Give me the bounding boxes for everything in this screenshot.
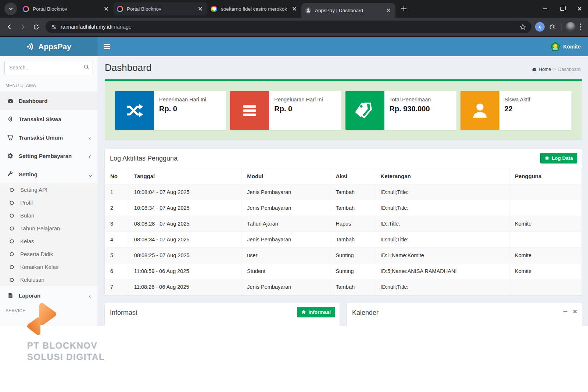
back-button[interactable] xyxy=(4,21,15,33)
sidebar-item-label: Setting xyxy=(19,171,37,177)
sidebar-subitem-label: Tahun Pelajaran xyxy=(20,225,60,231)
circle-o-icon xyxy=(8,187,15,193)
collapse-icon[interactable] xyxy=(563,311,567,312)
bottom-panels: Informasi Informasi Kalender xyxy=(105,303,582,326)
user-avatar xyxy=(551,42,560,51)
sidebar-subitem-label: Setting API xyxy=(20,187,47,193)
blocknov-watermark-logo xyxy=(26,301,60,346)
sidebar-subitem-kenaikan-kelas[interactable]: Kenaikan Kelas xyxy=(0,260,97,273)
tab-close-icon[interactable] xyxy=(103,6,110,12)
reload-icon xyxy=(33,24,40,30)
file-icon xyxy=(7,292,14,299)
sidebar-subitem-bulan[interactable]: Bulan xyxy=(0,209,97,222)
minimize-button[interactable] xyxy=(536,0,553,18)
bookmark-star-icon[interactable] xyxy=(519,24,526,30)
home-icon xyxy=(301,310,306,314)
extensions-button[interactable] xyxy=(546,21,558,33)
sidebar-item-setting[interactable]: Setting xyxy=(0,165,97,183)
sidebar-search xyxy=(4,61,93,74)
log-data-button[interactable]: Log Data xyxy=(540,153,577,163)
log-panel-header: Log Aktifitas Pengguna Log Data xyxy=(105,149,582,168)
info-box-pengeluaran-hari-ini: Pengeluaran Hari Ini Rp. 0 xyxy=(230,91,341,130)
close-window-button[interactable] xyxy=(571,0,588,18)
tab-title: Portal Blocknov xyxy=(127,6,193,12)
shuffle-icon xyxy=(115,91,154,130)
sidebar-item-setting-pembayaran[interactable]: Setting Pembayaran xyxy=(0,147,97,165)
tachometer-icon xyxy=(7,97,14,104)
circle-o-icon xyxy=(8,213,15,218)
tab-search-button[interactable] xyxy=(4,3,17,15)
restore-button[interactable] xyxy=(553,0,571,18)
appspay-favicon xyxy=(305,7,311,14)
sidebar-subitem-tahun-pelajaran[interactable]: Tahun Pelajaran xyxy=(0,222,97,235)
sidebar-item-transaksi-umum[interactable]: Transaksi Umum xyxy=(0,128,97,147)
breadcrumb-home-link[interactable]: Home xyxy=(532,67,551,72)
tab-close-icon[interactable] xyxy=(385,7,392,14)
page-title: Dashboard xyxy=(105,62,151,73)
restore-icon xyxy=(560,7,564,11)
chevron-down-icon xyxy=(9,7,12,10)
browser-tab-active[interactable]: AppsPay | Dashboard xyxy=(301,3,395,18)
breadcrumb-current: Dashboard xyxy=(558,67,581,72)
search-icon[interactable] xyxy=(83,64,90,72)
forward-button[interactable] xyxy=(17,21,29,33)
tab-close-icon[interactable] xyxy=(291,6,298,12)
col-header-no: No xyxy=(105,168,129,184)
cursor-arrow-icon xyxy=(538,25,542,29)
brand-logo[interactable]: AppsPay xyxy=(0,37,97,56)
close-icon xyxy=(293,7,296,11)
breadcrumb-separator: > xyxy=(553,67,556,72)
screen: Portal Blocknov Portal Blocknov soekarno… xyxy=(0,0,588,392)
sidebar-subitem-peserta-didik[interactable]: Peserta Didik xyxy=(0,248,97,260)
search-input[interactable] xyxy=(4,61,93,74)
circle-o-icon xyxy=(8,226,15,231)
sidebar-subitem-label: Kelas xyxy=(20,238,34,244)
sidebar-subitem-label: Kelulusan xyxy=(20,277,44,283)
user-menu[interactable]: Komite xyxy=(551,42,588,51)
col-header-pengguna: Pengguna xyxy=(510,168,582,184)
info-box-value: 22 xyxy=(505,105,530,113)
cursor-extension-icon[interactable] xyxy=(535,22,545,32)
watermark-line-1: PT BLOCKNOV xyxy=(27,340,105,352)
top-navbar: Komite xyxy=(97,37,588,56)
browser-menu-button[interactable] xyxy=(580,24,581,30)
circle-o-icon xyxy=(8,200,15,205)
browser-tab-3[interactable]: soekarno fidel castro merokok - xyxy=(207,0,301,18)
wrench-icon xyxy=(7,171,14,177)
tab-title: AppsPay | Dashboard xyxy=(315,8,381,13)
browser-tab-1[interactable]: Portal Blocknov xyxy=(19,0,113,18)
informasi-button[interactable]: Informasi xyxy=(297,307,335,317)
table-header-row: No Tanggal Modul Aksi Keterangan Penggun… xyxy=(105,168,582,184)
info-box-value: Rp. 0 xyxy=(159,105,206,113)
sidebar-subitem-kelas[interactable]: Kelas xyxy=(0,235,97,248)
bars-icon xyxy=(230,91,269,130)
reload-button[interactable] xyxy=(30,21,42,33)
user-icon xyxy=(460,91,499,130)
chevron-down-icon xyxy=(89,171,92,177)
sidebar-subitem-profil[interactable]: Profil xyxy=(0,196,97,209)
close-icon[interactable] xyxy=(573,310,577,313)
sidebar-item-transaksi-siswa[interactable]: Transaksi Siswa xyxy=(0,110,97,128)
info-box-label: Penerimaan Hari Ini xyxy=(159,97,206,103)
cart-icon xyxy=(7,134,14,141)
user-name: Komite xyxy=(563,44,581,50)
signal-icon xyxy=(26,42,35,51)
window-controls xyxy=(536,0,588,18)
browser-tab-2[interactable]: Portal Blocknov xyxy=(113,2,207,15)
tab-close-icon[interactable] xyxy=(197,6,204,12)
close-icon xyxy=(578,7,581,11)
sidebar-section-menu-utama: MENU UTAMA xyxy=(0,79,97,91)
sidebar-item-label: Setting Pembayaran xyxy=(19,153,72,159)
new-tab-button[interactable] xyxy=(398,3,409,14)
circle-o-icon xyxy=(8,239,15,244)
col-header-modul: Modul xyxy=(242,168,330,184)
browser-profile-avatar[interactable] xyxy=(566,22,576,32)
address-bar[interactable]: raimamfadhilah.my.id/manage xyxy=(46,21,531,33)
sidebar-toggle-button[interactable] xyxy=(97,37,116,56)
sidebar-item-dashboard[interactable]: Dashboard xyxy=(0,91,97,110)
sidebar-subitem-kelulusan[interactable]: Kelulusan xyxy=(0,273,97,286)
content-header: Dashboard Home > Dashboard xyxy=(97,56,588,77)
sidebar-subitem-setting-api[interactable]: Setting API xyxy=(0,183,97,196)
close-icon xyxy=(198,7,202,11)
table-row: 611:08:59 - 06 Aug 2025StudentSuntingID:… xyxy=(105,263,582,279)
